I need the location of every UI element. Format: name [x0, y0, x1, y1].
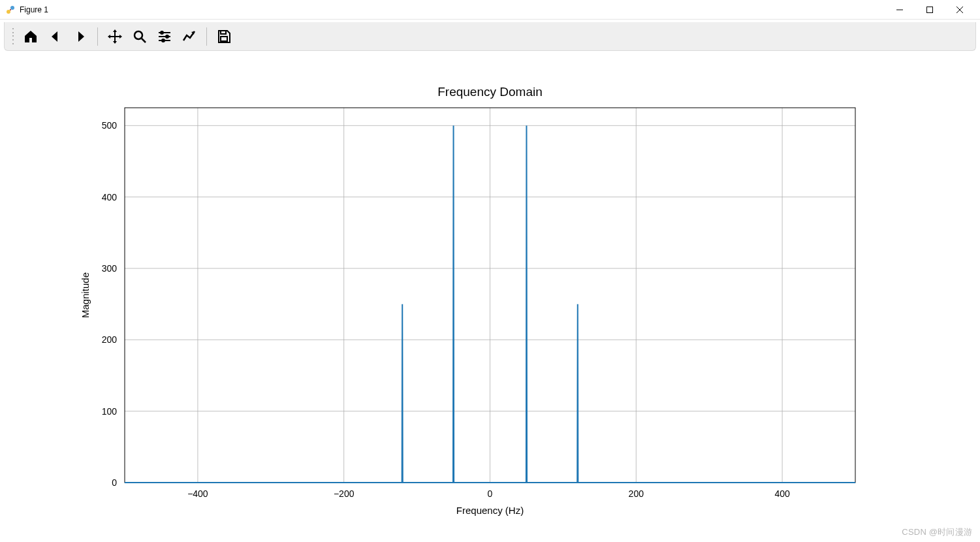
edit-axes-button[interactable] — [178, 25, 201, 48]
watermark-text: CSDN @时间漫游 — [902, 526, 972, 538]
svg-text:300: 300 — [102, 263, 118, 274]
svg-marker-7 — [113, 29, 117, 32]
svg-text:200: 200 — [629, 488, 644, 499]
svg-text:500: 500 — [102, 120, 118, 131]
svg-point-20 — [162, 39, 165, 42]
window-titlebar: Figure 1 — [0, 0, 980, 20]
svg-rect-22 — [221, 31, 226, 34]
toolbar-separator — [97, 27, 98, 46]
svg-text:−200: −200 — [334, 488, 355, 499]
svg-marker-9 — [108, 35, 110, 39]
svg-line-14 — [142, 39, 146, 42]
svg-text:−400: −400 — [187, 488, 208, 499]
pan-button[interactable] — [103, 25, 127, 48]
app-icon — [5, 5, 16, 15]
window-controls — [885, 0, 975, 20]
plot-area[interactable]: −400−20002004000100200300400500Frequency… — [4, 52, 976, 538]
zoom-button[interactable] — [128, 25, 151, 48]
close-button[interactable] — [945, 0, 975, 20]
svg-rect-2 — [10, 9, 11, 10]
svg-marker-8 — [113, 41, 117, 44]
svg-text:200: 200 — [102, 334, 118, 345]
svg-point-18 — [161, 31, 163, 34]
forward-button[interactable] — [69, 25, 92, 48]
save-button[interactable] — [212, 25, 236, 48]
svg-text:0: 0 — [488, 488, 493, 499]
svg-marker-10 — [119, 35, 122, 39]
configure-subplots-button[interactable] — [153, 25, 176, 48]
svg-text:0: 0 — [112, 477, 117, 488]
svg-rect-23 — [221, 37, 227, 41]
svg-text:400: 400 — [102, 192, 118, 202]
svg-point-19 — [166, 35, 168, 38]
frequency-domain-chart: −400−20002004000100200300400500Frequency… — [4, 52, 976, 538]
svg-text:100: 100 — [102, 406, 118, 417]
svg-rect-12 — [110, 36, 119, 37]
svg-text:Frequency (Hz): Frequency (Hz) — [456, 505, 524, 516]
window-title: Figure 1 — [20, 5, 48, 14]
svg-point-13 — [134, 31, 142, 39]
maximize-button[interactable] — [915, 0, 945, 20]
svg-text:400: 400 — [774, 488, 790, 499]
toolbar-grip — [11, 27, 15, 46]
svg-rect-4 — [927, 7, 933, 12]
matplotlib-toolbar — [4, 22, 976, 51]
toolbar-separator — [206, 27, 207, 46]
home-button[interactable] — [19, 25, 42, 48]
svg-text:Frequency Domain: Frequency Domain — [437, 85, 543, 99]
svg-text:Magnitude: Magnitude — [80, 272, 91, 318]
minimize-button[interactable] — [885, 0, 915, 20]
back-button[interactable] — [44, 25, 67, 48]
